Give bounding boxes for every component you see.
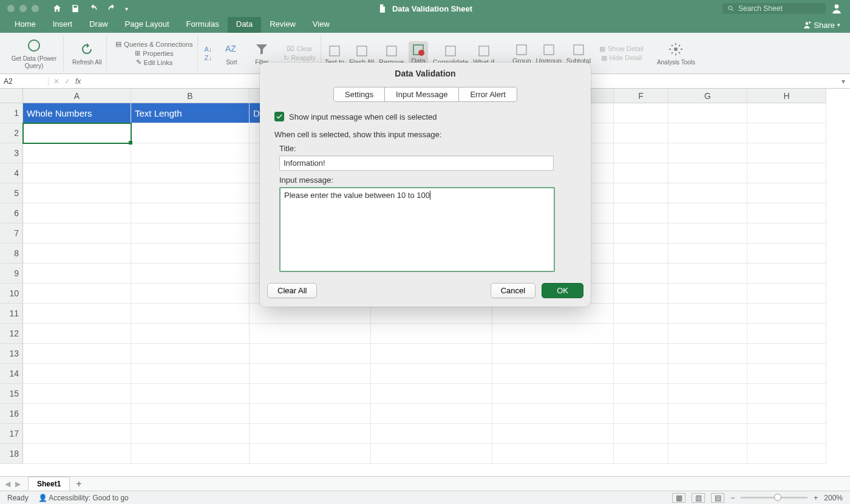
cell[interactable] — [131, 163, 250, 183]
row-header[interactable]: 12 — [0, 324, 23, 344]
cell[interactable] — [23, 143, 131, 163]
cell[interactable] — [614, 404, 668, 424]
zoom-in-button[interactable]: + — [814, 494, 818, 502]
cell[interactable] — [492, 404, 614, 424]
cell[interactable] — [614, 444, 668, 464]
group-button[interactable]: Group — [512, 43, 531, 64]
window-controls[interactable] — [7, 5, 39, 12]
cell[interactable] — [614, 364, 668, 384]
ok-button[interactable]: OK — [542, 283, 583, 298]
row-header[interactable]: 18 — [0, 444, 23, 464]
cell[interactable] — [614, 284, 668, 304]
cell[interactable] — [668, 183, 747, 203]
cell[interactable] — [250, 384, 371, 404]
redo-icon[interactable] — [107, 4, 117, 13]
cell[interactable] — [747, 183, 826, 203]
select-all-corner[interactable] — [0, 89, 23, 103]
cell[interactable] — [23, 364, 131, 384]
cell[interactable] — [747, 424, 826, 444]
row-header[interactable]: 14 — [0, 364, 23, 384]
tab-home[interactable]: Home — [6, 17, 44, 33]
row-header[interactable]: 6 — [0, 203, 23, 223]
cell[interactable] — [747, 243, 826, 264]
cell[interactable] — [614, 143, 668, 163]
cell[interactable] — [131, 264, 250, 284]
cell[interactable] — [614, 264, 668, 284]
cell[interactable] — [23, 123, 131, 143]
sheet-next-icon[interactable]: ▶ — [15, 480, 21, 488]
cell[interactable] — [668, 243, 747, 264]
cell[interactable] — [614, 424, 668, 444]
cell[interactable] — [371, 404, 492, 424]
cell[interactable] — [614, 103, 668, 123]
cell[interactable] — [23, 284, 131, 304]
cell[interactable] — [668, 444, 747, 464]
cell[interactable] — [492, 384, 614, 404]
cell[interactable] — [668, 384, 747, 404]
cell[interactable] — [131, 243, 250, 264]
sort-asc-button[interactable]: A↓ — [204, 46, 212, 53]
refresh-all-button[interactable]: Refresh All — [67, 35, 107, 71]
cell[interactable] — [492, 364, 614, 384]
cell[interactable] — [747, 264, 826, 284]
search-input[interactable]: Search Sheet — [722, 3, 826, 14]
cell[interactable] — [23, 243, 131, 264]
sort-desc-button[interactable]: Z↓ — [205, 54, 212, 61]
fx-icon[interactable]: fx — [75, 77, 81, 86]
cell[interactable] — [131, 384, 250, 404]
cell[interactable] — [668, 103, 747, 123]
data-validation-button[interactable]: Data — [409, 41, 428, 66]
cell[interactable] — [23, 324, 131, 344]
add-sheet-button[interactable]: + — [70, 478, 87, 489]
column-header[interactable]: F — [614, 89, 668, 103]
cell[interactable] — [747, 143, 826, 163]
normal-view-button[interactable]: ▦ — [672, 493, 685, 503]
cell[interactable] — [668, 404, 747, 424]
row-header[interactable]: 11 — [0, 304, 23, 324]
cell[interactable] — [668, 364, 747, 384]
column-header[interactable]: G — [668, 89, 747, 103]
page-break-view-button[interactable]: ▤ — [711, 493, 724, 503]
cell[interactable]: Whole Numbers — [23, 103, 131, 123]
cell[interactable] — [131, 444, 250, 464]
cell[interactable] — [747, 163, 826, 183]
cell[interactable] — [668, 123, 747, 143]
cell[interactable] — [250, 364, 371, 384]
cell[interactable] — [747, 304, 826, 324]
ungroup-button[interactable]: Ungroup — [536, 43, 562, 64]
cell[interactable] — [614, 203, 668, 223]
cell[interactable] — [371, 384, 492, 404]
analysis-tools-button[interactable]: Analysis Tools — [652, 35, 700, 71]
cell[interactable] — [492, 444, 614, 464]
accept-formula-icon[interactable]: ✓ — [64, 77, 70, 86]
cell[interactable]: Text Length — [131, 103, 250, 123]
cell[interactable] — [131, 344, 250, 364]
clear-filter-button[interactable]: ⌧ Clear — [287, 45, 312, 53]
name-box[interactable]: A2 — [0, 77, 49, 86]
get-data-button[interactable]: Get Data (Power Query) — [5, 35, 64, 71]
formula-bar-collapse-icon[interactable]: ▾ — [841, 77, 850, 86]
cell[interactable] — [747, 284, 826, 304]
cell[interactable] — [492, 424, 614, 444]
cell[interactable] — [614, 183, 668, 203]
cell[interactable] — [131, 123, 250, 143]
cell[interactable] — [492, 344, 614, 364]
properties-button[interactable]: ⊞ Properties — [135, 49, 173, 57]
cancel-formula-icon[interactable]: ✕ — [53, 77, 59, 86]
row-header[interactable]: 8 — [0, 243, 23, 264]
row-header[interactable]: 1 — [0, 103, 23, 123]
column-header[interactable]: H — [747, 89, 826, 103]
row-header[interactable]: 10 — [0, 284, 23, 304]
cell[interactable] — [614, 243, 668, 264]
input-message-textarea[interactable]: Please enter the value between 10 to 100 — [279, 187, 555, 272]
cell[interactable] — [131, 284, 250, 304]
cell[interactable] — [747, 103, 826, 123]
tab-insert[interactable]: Insert — [44, 17, 81, 33]
cell[interactable] — [668, 163, 747, 183]
cell[interactable] — [23, 424, 131, 444]
row-header[interactable]: 4 — [0, 163, 23, 183]
cell[interactable] — [747, 203, 826, 223]
cell[interactable] — [668, 223, 747, 243]
cell[interactable] — [371, 364, 492, 384]
cell[interactable] — [668, 284, 747, 304]
